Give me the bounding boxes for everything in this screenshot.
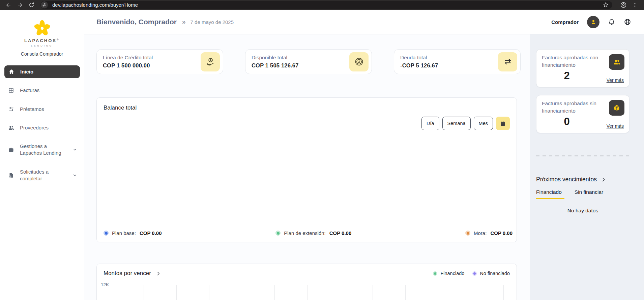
logo: LAPACHOS® LENDING Consola Comprador [0,10,84,57]
legend-plan-base: Plan base:COP 0.00 [104,230,162,236]
header-date: 7 de mayo de 2025 [191,19,234,25]
console-label: Consola Comprador [0,51,84,57]
legend-financiado: Financiado [433,271,464,276]
sidebar-item-prestamos[interactable]: Préstamos [0,103,80,116]
sidebar-item-label: Proveedores [20,124,49,131]
chevron-down-icon [72,173,77,178]
url-bar[interactable]: dev.lapachoslending.com/buyer/Home [40,1,612,9]
dashed-divider [536,155,630,156]
tab-financiado[interactable]: Financiado [536,189,564,199]
box-icon [609,100,624,116]
range-calendar-button[interactable] [496,117,510,130]
back-icon[interactable] [3,1,14,9]
url-text[interactable]: dev.lapachoslending.com/buyer/Home [52,2,603,8]
y-axis-tick: 12K [101,282,109,287]
card-label: Facturas aprobadas sin financiamiento [542,100,603,115]
calendar-icon [500,121,506,126]
sidebar-item-solicitudes[interactable]: Solicitudes a completar [0,166,80,185]
chevron-right-icon [156,271,161,276]
breadcrumb-separator: » [182,18,186,26]
sidebar-nav: Inicio Facturas Préstamos Proveedores [0,65,84,185]
brand-subtitle: LENDING [0,44,84,47]
swap-arrows-icon [7,106,15,112]
stat-label: Línea de Crédito total [103,55,153,61]
proximos-vencimientos-title[interactable]: Próximos vencimientos [536,176,644,183]
stat-value: COP 1 500 000.00 [103,62,153,69]
page-title: Bienvenido, Comprador [96,18,177,26]
stat-value: -COP 5 126.67 [400,62,438,69]
sidebar-item-label: Gestiones a Lapachos Lending [20,143,67,157]
people-icon [7,124,15,131]
stat-value: COP 1 505 126.67 [252,62,299,69]
language-globe-icon[interactable] [624,18,631,26]
montos-por-vencer-card: Montos por vencer Financiado [96,264,517,300]
sidebar-item-facturas[interactable]: Facturas [0,84,80,97]
site-settings-icon[interactable] [41,1,48,8]
facturas-con-financiamiento-card: Facturas aprobadas con financiamiento 2 … [536,49,630,87]
bookmark-star-icon[interactable] [603,2,609,8]
sidebar-item-gestiones[interactable]: Gestiones a Lapachos Lending [0,140,80,160]
ver-mas-link[interactable]: Ver más [607,78,624,83]
ver-mas-link[interactable]: Ver más [607,123,624,129]
forward-icon[interactable] [14,1,26,9]
card-count: 2 [536,70,597,82]
brand-name: LAPACHOS® [0,38,84,43]
briefcase-icon [7,147,15,153]
sidebar-item-inicio[interactable]: Inicio [4,65,80,78]
sidebar-item-label: Facturas [20,87,39,94]
notifications-bell-icon[interactable] [608,18,615,26]
montos-chart: 12K [104,285,510,300]
sidebar-item-label: Inicio [20,68,33,75]
montos-legend: Financiado No financiado [433,271,510,276]
stat-card-linea-credito: Línea de Crédito total COP 1 500 000.00 [96,49,223,74]
reload-icon[interactable] [26,1,37,9]
chevron-right-icon [601,177,606,182]
browser-profile-icon[interactable] [618,1,629,9]
no-financiado-dot [472,271,477,276]
grid-icon [7,87,15,93]
stat-card-disponible: Disponible total COP 1 505 126.67 [245,49,372,74]
financiado-dot [433,271,437,276]
browser-menu-icon[interactable] [629,1,641,9]
range-week-button[interactable]: Semana [442,117,471,130]
sidebar-item-label: Préstamos [20,106,44,113]
empty-state-text: No hay datos [536,208,630,214]
avatar[interactable] [587,16,599,28]
browser-toolbar: dev.lapachoslending.com/buyer/Home [0,0,644,10]
chart-plot-area [111,285,508,300]
vencimientos-tabs: Financiado Sin financiar [536,189,644,199]
mora-dot [465,231,470,236]
hand-coin-icon [201,52,220,71]
sidebar: LAPACHOS® LENDING Consola Comprador Inic… [0,10,84,300]
stat-card-deuda: Deuda total -COP 5 126.67 [394,49,521,74]
balance-card: Balance total Día Semana Mes [96,97,517,242]
lapachos-flower-icon [32,19,52,37]
range-day-button[interactable]: Día [421,117,439,130]
chevron-down-icon [72,147,77,152]
legend-mora: Mora:COP 0.00 [465,230,513,236]
transfer-arrows-icon [498,52,517,71]
plan-extension-dot [275,231,281,236]
proximos-vencimientos-section: Próximos vencimientos Financiado Sin fin… [536,176,644,214]
people-icon [609,54,624,70]
home-icon [8,69,15,75]
tab-sin-financiar[interactable]: Sin financiar [575,189,603,199]
facturas-sin-financiamiento-card: Facturas aprobadas sin financiamiento 0 … [536,95,630,133]
balance-legend: Plan base:COP 0.00 Plan de extensión:COP… [104,230,513,236]
coin-icon [349,52,369,71]
montos-title[interactable]: Montos por vencer [104,270,161,277]
balance-title: Balance total [104,104,510,111]
plan-base-dot [104,231,109,236]
range-month-button[interactable]: Mes [474,117,493,130]
legend-plan-extension: Plan de extensión:COP 0.00 [275,230,351,236]
range-selector: Día Semana Mes [421,117,510,130]
right-panel: Facturas aprobadas con financiamiento 2 … [530,34,644,300]
legend-no-financiado: No financiado [472,271,510,276]
stat-label: Deuda total [400,55,438,61]
user-name: Comprador [551,19,579,25]
stat-label: Disponible total [252,55,299,61]
page-header: Bienvenido, Comprador » 7 de mayo de 202… [84,10,644,34]
card-count: 0 [536,116,597,128]
sidebar-item-proveedores[interactable]: Proveedores [0,121,80,134]
sidebar-item-label: Solicitudes a completar [20,169,67,182]
